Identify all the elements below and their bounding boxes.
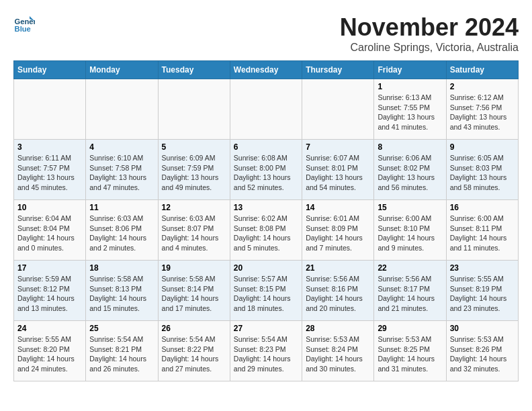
day-cell: 23Sunrise: 5:55 AM Sunset: 8:19 PM Dayli… — [446, 261, 518, 321]
calendar-table: SundayMondayTuesdayWednesdayThursdayFrid… — [13, 60, 519, 381]
day-cell — [158, 79, 230, 140]
day-info: Sunrise: 6:13 AM Sunset: 7:55 PM Dayligh… — [378, 93, 442, 132]
day-info: Sunrise: 6:10 AM Sunset: 7:58 PM Dayligh… — [89, 153, 154, 193]
day-cell: 27Sunrise: 5:54 AM Sunset: 8:23 PM Dayli… — [230, 321, 302, 381]
day-cell: 14Sunrise: 6:01 AM Sunset: 8:09 PM Dayli… — [302, 200, 374, 261]
day-number: 25 — [89, 324, 154, 333]
page-header: General Blue November 2024 Caroline Spri… — [13, 13, 519, 54]
calendar-subtitle: Caroline Springs, Victoria, Australia — [340, 42, 519, 54]
week-row-5: 24Sunrise: 5:55 AM Sunset: 8:20 PM Dayli… — [14, 321, 519, 381]
weekday-header-sunday: Sunday — [14, 61, 86, 79]
day-number: 1 — [378, 82, 442, 91]
day-cell: 15Sunrise: 6:00 AM Sunset: 8:10 PM Dayli… — [374, 200, 446, 261]
day-info: Sunrise: 5:56 AM Sunset: 8:16 PM Dayligh… — [306, 274, 370, 314]
day-cell: 4Sunrise: 6:10 AM Sunset: 7:58 PM Daylig… — [86, 140, 158, 200]
day-number: 22 — [378, 263, 442, 273]
day-cell: 6Sunrise: 6:08 AM Sunset: 8:00 PM Daylig… — [230, 140, 302, 200]
day-number: 5 — [162, 142, 226, 152]
week-row-1: 1Sunrise: 6:13 AM Sunset: 7:55 PM Daylig… — [14, 79, 519, 140]
day-cell: 12Sunrise: 6:03 AM Sunset: 8:07 PM Dayli… — [158, 200, 230, 261]
logo: General Blue — [13, 13, 35, 35]
day-number: 2 — [450, 82, 515, 91]
day-number: 9 — [450, 142, 515, 152]
day-cell: 11Sunrise: 6:03 AM Sunset: 8:06 PM Dayli… — [86, 200, 158, 261]
day-cell: 22Sunrise: 5:56 AM Sunset: 8:17 PM Dayli… — [374, 261, 446, 321]
day-info: Sunrise: 6:00 AM Sunset: 8:11 PM Dayligh… — [450, 214, 515, 253]
week-row-3: 10Sunrise: 6:04 AM Sunset: 8:04 PM Dayli… — [14, 200, 519, 261]
day-cell: 8Sunrise: 6:06 AM Sunset: 8:02 PM Daylig… — [374, 140, 446, 200]
day-cell: 29Sunrise: 5:53 AM Sunset: 8:25 PM Dayli… — [374, 321, 446, 381]
day-number: 30 — [450, 324, 515, 333]
day-info: Sunrise: 6:02 AM Sunset: 8:08 PM Dayligh… — [234, 214, 298, 253]
day-info: Sunrise: 5:58 AM Sunset: 8:14 PM Dayligh… — [162, 274, 226, 314]
day-number: 24 — [17, 324, 82, 333]
weekday-header-friday: Friday — [374, 61, 446, 79]
day-info: Sunrise: 5:54 AM Sunset: 8:22 PM Dayligh… — [162, 334, 226, 374]
day-info: Sunrise: 6:00 AM Sunset: 8:10 PM Dayligh… — [378, 214, 442, 253]
day-info: Sunrise: 6:07 AM Sunset: 8:01 PM Dayligh… — [306, 153, 370, 193]
weekday-header-tuesday: Tuesday — [158, 61, 230, 79]
day-number: 14 — [306, 203, 370, 212]
day-info: Sunrise: 6:03 AM Sunset: 8:06 PM Dayligh… — [89, 214, 154, 253]
day-number: 4 — [89, 142, 154, 152]
day-info: Sunrise: 6:06 AM Sunset: 8:02 PM Dayligh… — [378, 153, 442, 193]
day-cell: 13Sunrise: 6:02 AM Sunset: 8:08 PM Dayli… — [230, 200, 302, 261]
day-info: Sunrise: 6:12 AM Sunset: 7:56 PM Dayligh… — [450, 93, 515, 132]
day-info: Sunrise: 5:58 AM Sunset: 8:13 PM Dayligh… — [89, 274, 154, 314]
day-number: 6 — [234, 142, 298, 152]
day-number: 8 — [378, 142, 442, 152]
day-cell — [302, 79, 374, 140]
day-number: 11 — [89, 203, 154, 212]
weekday-header-saturday: Saturday — [446, 61, 518, 79]
day-number: 18 — [89, 263, 154, 273]
day-info: Sunrise: 5:53 AM Sunset: 8:25 PM Dayligh… — [378, 334, 442, 374]
day-info: Sunrise: 5:53 AM Sunset: 8:24 PM Dayligh… — [306, 334, 370, 374]
day-number: 21 — [306, 263, 370, 273]
day-info: Sunrise: 6:08 AM Sunset: 8:00 PM Dayligh… — [234, 153, 298, 193]
weekday-header-wednesday: Wednesday — [230, 61, 302, 79]
day-number: 23 — [450, 263, 515, 273]
day-number: 29 — [378, 324, 442, 333]
day-cell: 21Sunrise: 5:56 AM Sunset: 8:16 PM Dayli… — [302, 261, 374, 321]
svg-text:Blue: Blue — [15, 25, 31, 33]
week-row-2: 3Sunrise: 6:11 AM Sunset: 7:57 PM Daylig… — [14, 140, 519, 200]
day-cell: 18Sunrise: 5:58 AM Sunset: 8:13 PM Dayli… — [86, 261, 158, 321]
day-info: Sunrise: 5:55 AM Sunset: 8:20 PM Dayligh… — [17, 334, 82, 374]
day-cell: 3Sunrise: 6:11 AM Sunset: 7:57 PM Daylig… — [14, 140, 86, 200]
day-cell: 20Sunrise: 5:57 AM Sunset: 8:15 PM Dayli… — [230, 261, 302, 321]
day-cell — [230, 79, 302, 140]
day-number: 7 — [306, 142, 370, 152]
day-cell: 24Sunrise: 5:55 AM Sunset: 8:20 PM Dayli… — [14, 321, 86, 381]
day-info: Sunrise: 6:11 AM Sunset: 7:57 PM Dayligh… — [17, 153, 82, 193]
day-info: Sunrise: 5:55 AM Sunset: 8:19 PM Dayligh… — [450, 274, 515, 314]
day-cell: 5Sunrise: 6:09 AM Sunset: 7:59 PM Daylig… — [158, 140, 230, 200]
day-info: Sunrise: 6:03 AM Sunset: 8:07 PM Dayligh… — [162, 214, 226, 253]
day-number: 13 — [234, 203, 298, 212]
day-info: Sunrise: 6:09 AM Sunset: 7:59 PM Dayligh… — [162, 153, 226, 193]
day-info: Sunrise: 5:57 AM Sunset: 8:15 PM Dayligh… — [234, 274, 298, 314]
day-number: 19 — [162, 263, 226, 273]
day-number: 12 — [162, 203, 226, 212]
day-cell: 9Sunrise: 6:05 AM Sunset: 8:03 PM Daylig… — [446, 140, 518, 200]
day-info: Sunrise: 5:56 AM Sunset: 8:17 PM Dayligh… — [378, 274, 442, 314]
day-number: 16 — [450, 203, 515, 212]
logo-icon: General Blue — [13, 13, 35, 35]
day-info: Sunrise: 6:04 AM Sunset: 8:04 PM Dayligh… — [17, 214, 82, 253]
weekday-header-thursday: Thursday — [302, 61, 374, 79]
day-number: 28 — [306, 324, 370, 333]
day-cell: 17Sunrise: 5:59 AM Sunset: 8:12 PM Dayli… — [14, 261, 86, 321]
day-info: Sunrise: 6:01 AM Sunset: 8:09 PM Dayligh… — [306, 214, 370, 253]
day-cell: 16Sunrise: 6:00 AM Sunset: 8:11 PM Dayli… — [446, 200, 518, 261]
day-cell: 7Sunrise: 6:07 AM Sunset: 8:01 PM Daylig… — [302, 140, 374, 200]
day-info: Sunrise: 5:54 AM Sunset: 8:21 PM Dayligh… — [89, 334, 154, 374]
day-cell: 1Sunrise: 6:13 AM Sunset: 7:55 PM Daylig… — [374, 79, 446, 140]
day-cell: 26Sunrise: 5:54 AM Sunset: 8:22 PM Dayli… — [158, 321, 230, 381]
day-cell: 2Sunrise: 6:12 AM Sunset: 7:56 PM Daylig… — [446, 79, 518, 140]
day-cell: 30Sunrise: 5:53 AM Sunset: 8:26 PM Dayli… — [446, 321, 518, 381]
day-info: Sunrise: 6:05 AM Sunset: 8:03 PM Dayligh… — [450, 153, 515, 193]
day-info: Sunrise: 5:53 AM Sunset: 8:26 PM Dayligh… — [450, 334, 515, 374]
day-info: Sunrise: 5:59 AM Sunset: 8:12 PM Dayligh… — [17, 274, 82, 314]
weekday-header-monday: Monday — [86, 61, 158, 79]
weekday-header-row: SundayMondayTuesdayWednesdayThursdayFrid… — [14, 61, 519, 79]
day-number: 26 — [162, 324, 226, 333]
